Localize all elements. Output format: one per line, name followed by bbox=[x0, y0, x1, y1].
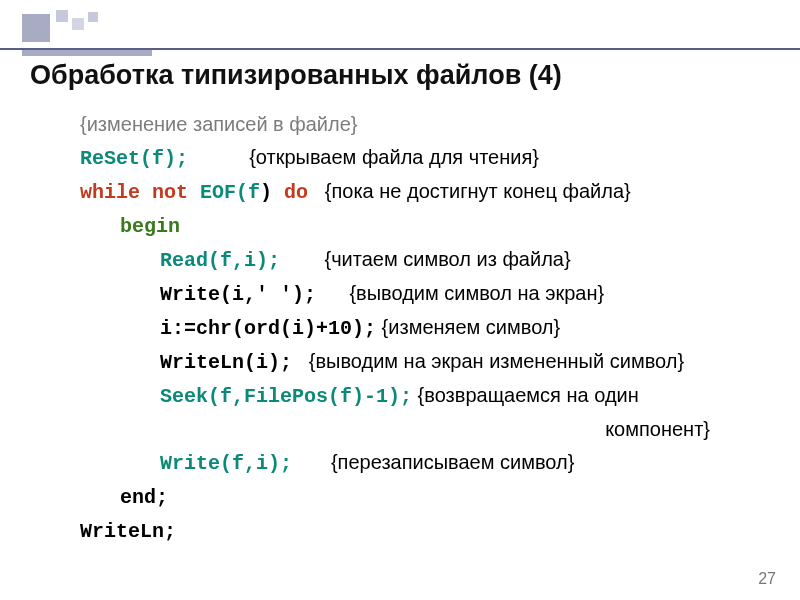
code-write2: Write(f,i); bbox=[160, 452, 292, 475]
comment-write2: {перезаписываем символ} bbox=[292, 451, 574, 473]
code-writeln2: WriteLn; bbox=[80, 520, 176, 543]
code-assign: i:=chr(ord(i)+10); bbox=[160, 317, 376, 340]
line-while: while not EOF(f) do {пока не достигнут к… bbox=[80, 175, 770, 209]
line-end: end; bbox=[80, 480, 770, 514]
line-write1: Write(i,' '); {выводим символ на экран} bbox=[80, 277, 770, 311]
kw-begin: begin bbox=[120, 215, 180, 238]
code-reset: ReSet(f); bbox=[80, 147, 188, 170]
line-reset: ReSet(f); {открываем файла для чтения} bbox=[80, 141, 770, 175]
code-write1: Write(i,' '); bbox=[160, 283, 316, 306]
comment-top: {изменение записей в файле} bbox=[80, 108, 770, 141]
line-writeln2: WriteLn; bbox=[80, 514, 770, 548]
line-seek-cont: компонент} bbox=[80, 413, 770, 446]
kw-not: not bbox=[152, 181, 188, 204]
line-assign: i:=chr(ord(i)+10); {изменяем символ} bbox=[80, 311, 770, 345]
line-write2: Write(f,i); {перезаписываем символ} bbox=[80, 446, 770, 480]
comment-seek2: компонент} bbox=[80, 413, 770, 446]
header-decoration bbox=[22, 6, 142, 48]
comment-seek: {возвращаемся на один bbox=[412, 384, 639, 406]
deco-square-2 bbox=[72, 18, 84, 30]
comment-read: {читаем символ из файла} bbox=[280, 248, 571, 270]
code-read: Read(f,i); bbox=[160, 249, 280, 272]
comment-reset: {открываем файла для чтения} bbox=[188, 146, 539, 168]
deco-square-3 bbox=[88, 12, 98, 22]
line-seek: Seek(f,FilePos(f)-1); {возвращаемся на о… bbox=[80, 379, 770, 413]
page-number: 27 bbox=[758, 570, 776, 588]
line-read: Read(f,i); {читаем символ из файла} bbox=[80, 243, 770, 277]
kw-while: while bbox=[80, 181, 140, 204]
comment-while: {пока не достигнут конец файла} bbox=[308, 180, 631, 202]
kw-do: do bbox=[284, 181, 308, 204]
slide-title: Обработка типизированных файлов (4) bbox=[30, 60, 562, 91]
slide: Обработка типизированных файлов (4) {изм… bbox=[0, 0, 800, 600]
code-eof: EOF(f bbox=[200, 181, 260, 204]
comment-writeln1: {выводим на экран измененный символ} bbox=[292, 350, 684, 372]
deco-square-1 bbox=[56, 10, 68, 22]
comment-write1: {выводим символ на экран} bbox=[316, 282, 604, 304]
kw-end: end; bbox=[120, 486, 168, 509]
code-block: {изменение записей в файле} ReSet(f); {о… bbox=[80, 108, 770, 548]
line-writeln1: WriteLn(i); {выводим на экран измененный… bbox=[80, 345, 770, 379]
deco-square-large bbox=[22, 14, 50, 42]
code-seek: Seek(f,FilePos(f)-1); bbox=[160, 385, 412, 408]
comment-assign: {изменяем символ} bbox=[376, 316, 560, 338]
header-rule-accent bbox=[22, 50, 152, 56]
comment-text: {изменение записей в файле} bbox=[80, 113, 358, 135]
code-writeln1: WriteLn(i); bbox=[160, 351, 292, 374]
line-begin: begin bbox=[80, 209, 770, 243]
